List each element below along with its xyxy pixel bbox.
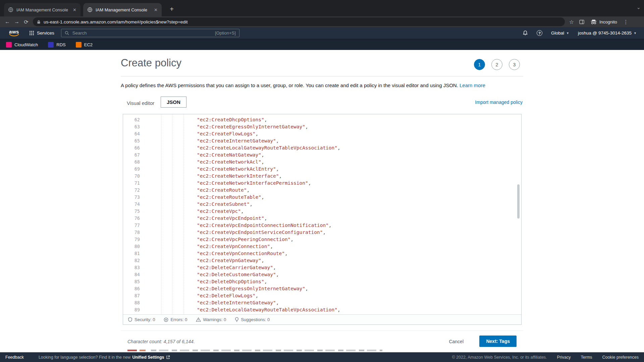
step-3: 3	[509, 59, 520, 70]
line-number: 79	[123, 236, 145, 243]
line-number: 75	[123, 208, 145, 215]
language-hint: Looking for language selection? Find it …	[39, 355, 170, 360]
line-number: 64	[123, 130, 145, 137]
browser-toolbar: ← → ⟳ us-east-1.console.aws.amazon.com/i…	[0, 16, 644, 27]
tab-title: IAM Management Console	[96, 7, 151, 12]
code-line: 69"ec2:CreateNetworkAclEntry",	[123, 166, 521, 173]
line-number: 88	[123, 299, 145, 306]
line-number: 62	[123, 116, 145, 123]
code-line: 77"ec2:CreateVpcEndpointConnectionNotifi…	[123, 222, 521, 229]
warnings-status: Warnings: 0	[196, 317, 226, 322]
code-line: 79"ec2:CreateVpcPeeringConnection",	[123, 236, 521, 243]
tab-close-icon[interactable]: ✕	[73, 7, 76, 12]
editor-scrollbar-thumb[interactable]	[517, 184, 520, 219]
editor-lines: 62"ec2:CreateDhcpOptions",63"ec2:CreateE…	[123, 116, 521, 313]
forward-button[interactable]: →	[12, 17, 21, 26]
services-grid-icon	[30, 31, 34, 35]
step-2: 2	[491, 59, 502, 70]
code-line: 73"ec2:CreateRouteTable",	[123, 194, 521, 201]
line-number: 69	[123, 166, 145, 173]
browser-menu-icon[interactable]: ⋮	[621, 17, 631, 26]
favorites-item-cloudwatch[interactable]: CloudWatch	[6, 42, 38, 48]
form-actions: Character count: 4,157 of 6,144. Cancel …	[123, 334, 521, 350]
cloudwatch-icon	[6, 42, 12, 48]
code-line: 70"ec2:CreateNetworkInterface",	[123, 173, 521, 180]
unified-settings-link[interactable]: Unified Settings	[132, 355, 164, 360]
url-text: us-east-1.console.aws.amazon.com/iam/hom…	[44, 19, 188, 24]
indent-guide	[161, 114, 161, 314]
code-line: 72"ec2:CreateRoute",	[123, 187, 521, 194]
step-1: 1	[474, 59, 485, 70]
favorites-item-rds[interactable]: RDS	[48, 42, 65, 48]
tab-json[interactable]: JSON	[161, 97, 186, 108]
bookmark-star-icon[interactable]: ☆	[567, 17, 576, 26]
tab-close-icon[interactable]: ✕	[154, 7, 158, 12]
line-number: 67	[123, 152, 145, 159]
help-icon[interactable]: ?	[537, 30, 542, 36]
code-line: 84"ec2:DeleteCustomerGateway",	[123, 271, 521, 278]
line-number: 70	[123, 173, 145, 180]
next-tags-button[interactable]: Next: Tags	[479, 336, 517, 347]
code-line: 62"ec2:CreateDhcpOptions",	[123, 116, 521, 123]
reload-button[interactable]: ⟳	[21, 17, 31, 26]
incognito-label: Incognito	[599, 19, 617, 24]
cancel-button[interactable]: Cancel	[449, 339, 464, 344]
line-number: 84	[123, 271, 145, 278]
chevron-down-icon: ▼	[634, 32, 637, 35]
learn-more-link[interactable]: Learn more	[460, 82, 485, 88]
ec2-icon	[76, 42, 82, 48]
services-menu[interactable]: Services	[30, 31, 54, 36]
page-description: A policy defines the AWS permissions tha…	[121, 82, 485, 88]
back-button[interactable]: ←	[3, 17, 12, 26]
errors-status: Errors: 0	[164, 317, 187, 322]
error-circle-icon	[164, 317, 168, 322]
cookie-preferences-link[interactable]: Cookie preferences	[602, 355, 639, 360]
region-selector[interactable]: Global ▼	[551, 31, 569, 36]
search-shortcut-hint: [Option+S]	[215, 31, 236, 36]
favorites-item-ec2[interactable]: EC2	[76, 42, 93, 48]
tab-search-chevron-icon[interactable]: ⌄	[636, 4, 641, 10]
browser-tab-bar: IAM Management Console ✕ IAM Management …	[0, 0, 644, 16]
new-tab-button[interactable]: +	[167, 4, 176, 14]
tab-visual-editor[interactable]: Visual editor	[123, 98, 158, 108]
line-number: 66	[123, 144, 145, 152]
step-indicator: 1 2 3	[474, 59, 520, 70]
side-panel-icon[interactable]	[577, 17, 586, 26]
import-managed-policy-link[interactable]: Import managed policy	[475, 100, 523, 105]
line-number: 76	[123, 215, 145, 222]
line-number: 83	[123, 264, 145, 271]
editor-code-area[interactable]: 62"ec2:CreateDhcpOptions",63"ec2:CreateE…	[123, 114, 521, 314]
line-number: 71	[123, 180, 145, 187]
indent-guide	[172, 114, 172, 314]
json-policy-editor[interactable]: 62"ec2:CreateDhcpOptions",63"ec2:CreateE…	[123, 114, 522, 325]
character-count: Character count: 4,157 of 6,144.	[127, 339, 195, 344]
code-line: 75"ec2:CreateVpc",	[123, 208, 521, 215]
aws-logo-text: aws	[9, 30, 19, 34]
account-menu[interactable]: joshua @ 9745-3014-2635 ▼	[578, 31, 637, 36]
browser-tab-2-active[interactable]: IAM Management Console ✕	[83, 3, 162, 16]
code-line: 63"ec2:CreateEgressOnlyInternetGateway",	[123, 123, 521, 130]
privacy-link[interactable]: Privacy	[557, 355, 571, 360]
favorites-item-label: EC2	[84, 42, 93, 47]
aws-logo[interactable]: aws	[7, 30, 21, 37]
notifications-bell-icon[interactable]	[523, 30, 528, 36]
code-line: 80"ec2:CreateVpnConnection",	[123, 243, 521, 250]
create-policy-page: Create policy 1 2 3 A policy defines the…	[0, 50, 644, 352]
account-label: joshua @ 9745-3014-2635	[578, 31, 632, 36]
favicon-icon	[87, 7, 93, 12]
tab-title: IAM Management Console	[16, 7, 70, 12]
page-title: Create policy	[121, 57, 181, 69]
favorites-bar: CloudWatch RDS EC2	[0, 39, 644, 50]
code-line: 83"ec2:DeleteCarrierGateway",	[123, 264, 521, 271]
code-line: 86"ec2:DeleteEgressOnlyInternetGateway",	[123, 285, 521, 292]
external-link-icon	[166, 355, 170, 359]
browser-tab-1[interactable]: IAM Management Console ✕	[4, 3, 80, 16]
terms-link[interactable]: Terms	[581, 355, 592, 360]
region-label: Global	[551, 31, 564, 36]
line-number: 63	[123, 123, 145, 130]
search-input[interactable]	[72, 30, 212, 36]
form-divider	[121, 330, 523, 331]
feedback-link[interactable]: Feedback	[5, 355, 24, 360]
console-search[interactable]: [Option+S]	[61, 29, 239, 37]
url-bar[interactable]: us-east-1.console.aws.amazon.com/iam/hom…	[33, 17, 565, 26]
